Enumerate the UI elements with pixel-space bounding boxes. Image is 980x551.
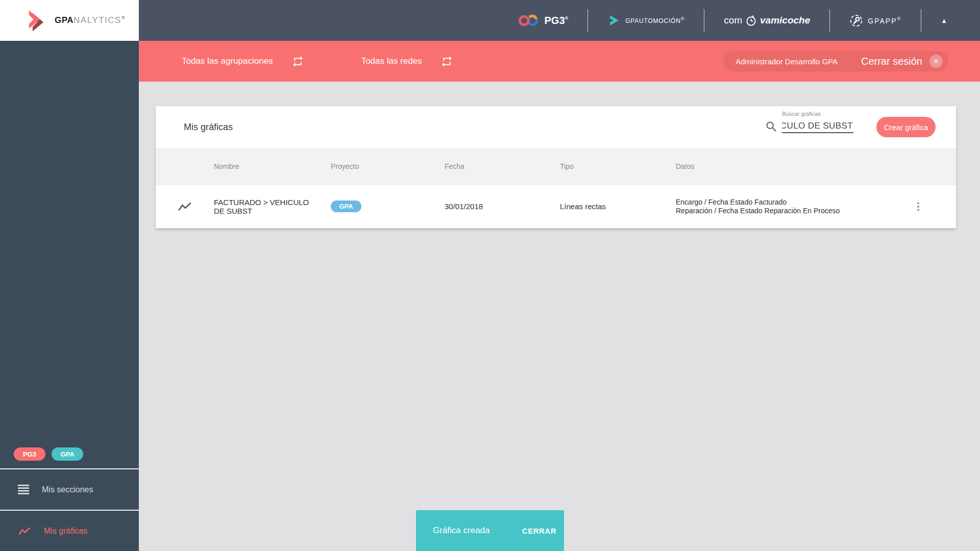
- top-header: GPANALYTICS® PG3® GPAUTOMOCIÓN®: [0, 0, 980, 41]
- col-header-proyecto: Proyecto: [331, 162, 445, 170]
- sidebar-item-label: Mis gráficas: [44, 527, 87, 536]
- row-name: FACTURADO > VEHICULO DE SUBST: [214, 198, 320, 215]
- header-divider: [587, 9, 588, 32]
- card-header: Mis gráficas Buscar gráficas CULO DE SUB…: [156, 106, 956, 148]
- groupings-selector[interactable]: Todas las agrupaciones: [182, 56, 273, 66]
- app: GPANALYTICS® PG3® GPAUTOMOCIÓN®: [0, 0, 980, 551]
- search-input-value[interactable]: CULO DE SUBST: [782, 119, 853, 133]
- search-icon[interactable]: [765, 120, 778, 136]
- filter-bar: Todas las agrupaciones Todas las redes A…: [139, 41, 980, 82]
- gpautomocion-logo[interactable]: GPAUTOMOCIÓN®: [607, 14, 684, 27]
- row-type: Líneas rectas: [560, 202, 676, 211]
- gpanalytics-logo: GPANALYTICS®: [0, 0, 139, 41]
- row-data-series: Encargo / Fecha Estado Facturado Reparac…: [676, 198, 880, 215]
- gpanalytics-wordmark: GPANALYTICS®: [55, 15, 126, 26]
- gpanalytics-arrow-icon: [24, 9, 48, 32]
- table-header-row: Nombre Proyecto Fecha Tipo Datos: [156, 148, 956, 185]
- create-chart-button[interactable]: Crear gráfica: [876, 117, 936, 137]
- networks-selector[interactable]: Todas las redes: [361, 56, 422, 66]
- swap-networks-icon[interactable]: [440, 55, 453, 68]
- gpapp-wrench-icon: [849, 14, 863, 28]
- gpautomocion-arrow-icon: [607, 14, 621, 27]
- clock-icon: [745, 15, 757, 27]
- row-project-badge: GPA: [331, 201, 361, 212]
- page-title: Mis gráficas: [184, 122, 233, 133]
- sidebar: PG3 GPA Mis secciones Mis gráficas: [0, 41, 139, 551]
- pg3-logo[interactable]: PG3®: [518, 14, 569, 28]
- chart-line-icon: [18, 527, 31, 536]
- search-input[interactable]: Buscar gráficas CULO DE SUBST: [782, 111, 853, 133]
- list-icon: [18, 485, 29, 494]
- snackbar: Gráfica creada CERRAR: [416, 510, 564, 551]
- sidebar-badge-gpa: GPA: [52, 447, 83, 461]
- snackbar-message: Gráfica creada: [433, 525, 490, 536]
- collapse-caret-icon[interactable]: ▲: [941, 17, 947, 24]
- sidebar-item-label: Mis secciones: [42, 485, 93, 494]
- compravamicoche-post: vamicoche: [760, 15, 810, 26]
- search-input-label: Buscar gráficas: [782, 111, 853, 117]
- table-row[interactable]: FACTURADO > VEHICULO DE SUBST GPA 30/01/…: [156, 185, 956, 229]
- gpapp-logo[interactable]: GPAPP®: [849, 14, 901, 28]
- gpautomocion-label: GPAUTOMOCIÓN®: [625, 16, 684, 24]
- header-divider: [829, 9, 830, 32]
- pg3-infinity-icon: [518, 14, 540, 28]
- col-header-tipo: Tipo: [560, 162, 676, 170]
- sidebar-item-mis-secciones[interactable]: Mis secciones: [0, 469, 139, 510]
- header-logo-strip: PG3® GPAUTOMOCIÓN® com vamicoche: [518, 9, 980, 32]
- compravamicoche-pre: com: [724, 15, 742, 26]
- user-session-pill: Administrador Desarrollo GPA Cerrar sesi…: [723, 51, 948, 71]
- pg3-label: PG3®: [545, 15, 569, 27]
- row-chart-type-icon: [178, 202, 192, 212]
- col-header-nombre: Nombre: [214, 162, 331, 170]
- row-date: 30/01/2018: [445, 202, 560, 211]
- header-divider: [704, 9, 704, 32]
- header-divider: [921, 9, 921, 32]
- col-header-datos: Datos: [676, 162, 880, 170]
- gpapp-label: GPAPP®: [868, 16, 901, 25]
- col-header-fecha: Fecha: [445, 162, 560, 170]
- sidebar-badge-pg3: PG3: [14, 447, 45, 461]
- compravamicoche-logo[interactable]: com vamicoche: [724, 15, 810, 27]
- row-more-menu-icon[interactable]: [913, 201, 924, 212]
- logout-close-icon[interactable]: ✕: [929, 55, 943, 68]
- snackbar-close-button[interactable]: CERRAR: [522, 527, 556, 535]
- charts-card: Mis gráficas Buscar gráficas CULO DE SUB…: [156, 106, 956, 229]
- logout-button[interactable]: Cerrar sesión: [861, 56, 922, 67]
- swap-groupings-icon[interactable]: [291, 55, 304, 68]
- sidebar-item-mis-graficas[interactable]: Mis gráficas: [0, 511, 139, 551]
- user-name: Administrador Desarrollo GPA: [736, 57, 838, 66]
